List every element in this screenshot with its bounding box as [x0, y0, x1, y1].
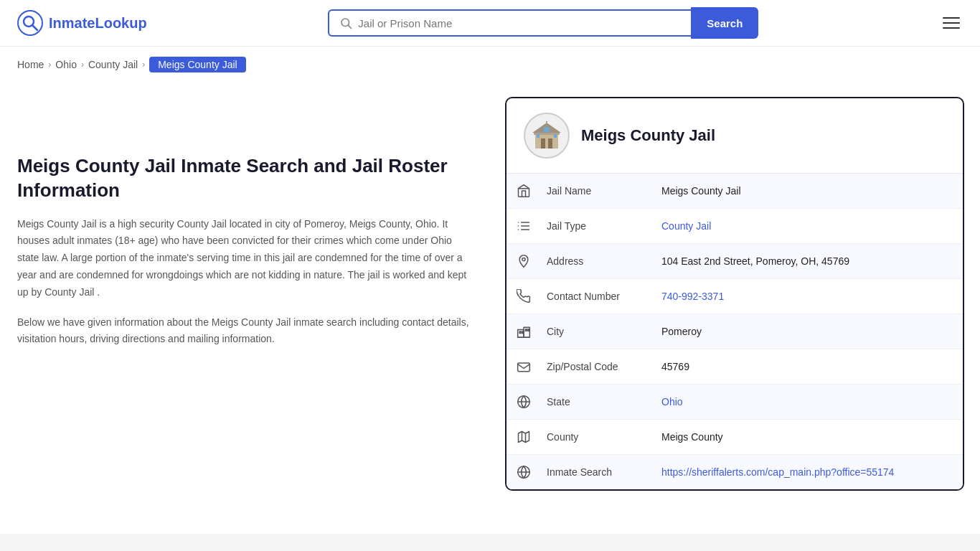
- search-button[interactable]: Search: [691, 7, 758, 39]
- logo-link[interactable]: InmateLookup: [17, 10, 147, 36]
- jail-thumbnail: [524, 113, 570, 159]
- info-label-county: County: [541, 421, 656, 453]
- info-value-city: Pomeroy: [656, 316, 963, 347]
- svg-rect-27: [526, 329, 527, 331]
- info-link-state[interactable]: Ohio: [661, 396, 683, 408]
- page-description-1: Meigs County Jail is a high security Cou…: [17, 216, 476, 301]
- info-row-inmate-search: Inmate Searchhttps://sheriffalerts.com/c…: [507, 455, 963, 489]
- info-row-address: Address104 East 2nd Street, Pomeroy, OH,…: [507, 244, 963, 279]
- svg-line-2: [32, 25, 37, 30]
- info-label-inmate-search: Inmate Search: [541, 456, 656, 488]
- breadcrumb-current: Meigs County Jail: [149, 57, 246, 72]
- svg-point-0: [18, 11, 42, 35]
- breadcrumb-ohio[interactable]: Ohio: [55, 59, 77, 70]
- list-icon: [507, 209, 541, 243]
- logo-icon: [17, 10, 43, 36]
- page-description-2: Below we have given information about th…: [17, 314, 476, 349]
- chevron-icon-3: ›: [142, 60, 145, 70]
- card-header: Meigs County Jail: [507, 98, 963, 174]
- info-label-jail-name: Jail Name: [541, 175, 656, 207]
- mail-icon: [507, 349, 541, 384]
- info-link-contact[interactable]: 740-992-3371: [661, 291, 724, 302]
- menu-button[interactable]: [940, 14, 963, 32]
- info-rows-container: Jail NameMeigs County JailJail TypeCount…: [507, 174, 963, 489]
- globe-icon: [507, 385, 541, 419]
- svg-rect-29: [518, 363, 530, 372]
- info-value-inmate-search[interactable]: https://sheriffalerts.com/cap_main.php?o…: [656, 456, 963, 488]
- info-value-contact[interactable]: 740-992-3371: [656, 281, 963, 312]
- info-value-jail-name: Meigs County Jail: [656, 175, 963, 207]
- svg-rect-26: [522, 331, 524, 334]
- info-label-jail-type: Jail Type: [541, 210, 656, 242]
- chevron-icon-2: ›: [81, 60, 84, 70]
- svg-rect-6: [541, 138, 545, 149]
- site-header: InmateLookup Search: [0, 0, 980, 47]
- info-value-zip: 45769: [656, 351, 963, 382]
- info-value-jail-type[interactable]: County Jail: [656, 210, 963, 242]
- info-row-jail-type: Jail TypeCounty Jail: [507, 209, 963, 244]
- info-link-jail-type[interactable]: County Jail: [661, 220, 711, 232]
- svg-rect-25: [519, 331, 521, 334]
- main-content: Meigs County Jail Inmate Search and Jail…: [0, 83, 980, 519]
- info-label-city: City: [541, 316, 656, 347]
- menu-bar-1: [943, 17, 960, 19]
- info-row-state: StateOhio: [507, 385, 963, 420]
- chevron-icon-1: ›: [48, 60, 51, 70]
- menu-bar-2: [943, 22, 960, 24]
- info-value-state[interactable]: Ohio: [656, 386, 963, 418]
- header-search-area: Search: [328, 7, 758, 39]
- phone-icon: [507, 279, 541, 314]
- breadcrumb-home[interactable]: Home: [17, 59, 44, 70]
- footer: [0, 534, 980, 551]
- info-row-contact: Contact Number740-992-3371: [507, 279, 963, 314]
- info-row-jail-name: Jail NameMeigs County Jail: [507, 174, 963, 209]
- svg-line-4: [349, 25, 352, 28]
- search-input[interactable]: [358, 17, 681, 29]
- svg-rect-10: [537, 134, 540, 138]
- left-content: Meigs County Jail Inmate Search and Jail…: [17, 97, 476, 491]
- search-icon: [339, 17, 352, 29]
- search-input-wrapper: [328, 9, 691, 37]
- svg-rect-11: [554, 134, 557, 138]
- location-icon: [507, 244, 541, 278]
- svg-rect-28: [528, 329, 529, 331]
- svg-rect-7: [548, 138, 552, 149]
- building-icon: [507, 174, 541, 208]
- info-row-city: CityPomeroy: [507, 314, 963, 349]
- page-title: Meigs County Jail Inmate Search and Jail…: [17, 154, 476, 203]
- breadcrumb: Home › Ohio › County Jail › Meigs County…: [0, 47, 980, 83]
- info-label-address: Address: [541, 245, 656, 277]
- menu-bar-3: [943, 27, 960, 29]
- breadcrumb-county-jail[interactable]: County Jail: [88, 59, 138, 70]
- svg-rect-14: [519, 189, 529, 197]
- info-label-contact: Contact Number: [541, 281, 656, 312]
- svg-rect-12: [544, 127, 550, 132]
- info-value-county: Meigs County: [656, 421, 963, 453]
- svg-point-21: [522, 258, 525, 260]
- logo-text: InmateLookup: [49, 15, 147, 32]
- globe2-icon: [507, 455, 541, 489]
- card-title: Meigs County Jail: [581, 126, 715, 145]
- info-row-zip: Zip/Postal Code45769: [507, 349, 963, 385]
- info-label-zip: Zip/Postal Code: [541, 351, 656, 382]
- info-label-state: State: [541, 386, 656, 418]
- info-card: Meigs County Jail Jail NameMeigs County …: [505, 97, 964, 491]
- info-value-address: 104 East 2nd Street, Pomeroy, OH, 45769: [656, 245, 963, 277]
- jail-image-icon: [531, 120, 562, 151]
- info-link-inmate-search[interactable]: https://sheriffalerts.com/cap_main.php?o…: [661, 466, 894, 478]
- svg-marker-31: [519, 432, 529, 443]
- map-icon: [507, 420, 541, 454]
- info-row-county: CountyMeigs County: [507, 420, 963, 455]
- city-icon: [507, 314, 541, 349]
